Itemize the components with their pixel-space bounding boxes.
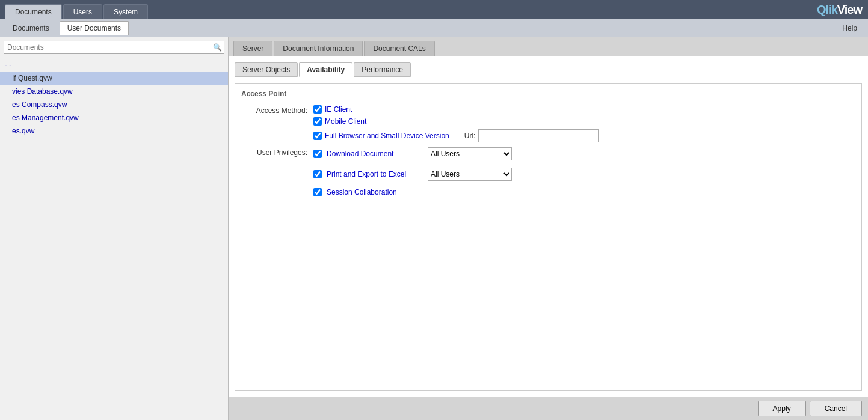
ie-client-row: IE Client [313, 105, 599, 114]
user-privileges-label: User Privileges: [241, 147, 307, 157]
brand-view: View [837, 3, 862, 16]
doc-tab-documents[interactable]: Documents [5, 21, 57, 35]
apply-button[interactable]: Apply [758, 401, 806, 416]
sidebar-list: - - If Quest.qvw vies Database.qvw es Co… [0, 58, 228, 420]
download-document-checkbox[interactable] [313, 150, 322, 158]
list-item[interactable]: es Management.qvw [0, 111, 228, 124]
brand-qlik: Qlik [817, 3, 837, 16]
url-input[interactable] [478, 129, 599, 142]
search-icon: 🔍 [213, 43, 222, 52]
download-document-select[interactable]: All Users Administrators No Users [428, 147, 512, 160]
help-link[interactable]: Help [842, 24, 857, 32]
main-tab-row: Server Document Information Document CAL… [229, 37, 868, 56]
session-collaboration-checkbox[interactable] [313, 188, 322, 196]
tab-document-cals[interactable]: Document CALs [364, 41, 434, 56]
full-browser-checkbox[interactable] [313, 132, 322, 140]
print-export-select[interactable]: All Users Administrators No Users [428, 168, 512, 181]
sub-tab-row: Server Objects Availability Performance [235, 62, 862, 77]
full-browser-label: Full Browser and Small Device Version [325, 132, 449, 140]
top-tab-documents[interactable]: Documents [5, 4, 62, 19]
inner-content: Server Objects Availability Performance … [229, 56, 868, 397]
session-collaboration-label: Session Collaboration [327, 188, 423, 196]
print-export-label: Print and Export to Excel [327, 170, 423, 178]
list-item[interactable]: - - [0, 58, 228, 72]
section-title: Access Point [241, 90, 855, 98]
bottom-bar: Apply Cancel [229, 397, 868, 420]
tab-document-information[interactable]: Document Information [274, 41, 363, 56]
privileges-controls: Download Document All Users Administrato… [313, 147, 512, 200]
list-item[interactable]: es Compass.qvw [0, 98, 228, 111]
cancel-button[interactable]: Cancel [810, 401, 862, 416]
print-export-row: Print and Export to Excel All Users Admi… [313, 168, 512, 181]
mobile-client-row: Mobile Client [313, 117, 599, 126]
top-tab-system[interactable]: System [103, 4, 148, 19]
ie-client-checkbox[interactable] [313, 105, 322, 114]
main-layout: 🔍 - - If Quest.qvw vies Database.qvw es … [0, 37, 868, 420]
download-document-label: Download Document [327, 150, 423, 158]
print-export-checkbox[interactable] [313, 170, 322, 178]
user-privileges-row: User Privileges: Download Document All U… [241, 147, 855, 200]
search-input[interactable] [4, 41, 224, 54]
second-bar: Documents User Documents Help [0, 19, 868, 37]
list-item[interactable]: vies Database.qvw [0, 85, 228, 98]
brand-logo: QlikView [817, 3, 862, 17]
top-tab-users[interactable]: Users [63, 4, 102, 19]
session-collaboration-row: Session Collaboration [313, 188, 512, 196]
download-document-row: Download Document All Users Administrato… [313, 147, 512, 160]
content-area: Server Document Information Document CAL… [229, 37, 868, 420]
sub-tab-availability[interactable]: Availability [299, 62, 352, 77]
access-method-controls: IE Client Mobile Client Full Browser and… [313, 105, 599, 142]
top-bar: Documents Users System QlikView [0, 0, 868, 19]
doc-tab-user-documents[interactable]: User Documents [60, 21, 129, 35]
list-item[interactable]: If Quest.qvw [0, 72, 228, 85]
sidebar: 🔍 - - If Quest.qvw vies Database.qvw es … [0, 37, 229, 420]
access-method-row: Access Method: IE Client Mobile Client [241, 105, 855, 142]
url-row: Url: [464, 129, 599, 142]
sub-tab-performance[interactable]: Performance [354, 62, 411, 77]
sub-tab-server-objects[interactable]: Server Objects [235, 62, 298, 77]
full-browser-row: Full Browser and Small Device Version Ur… [313, 129, 599, 142]
mobile-client-checkbox[interactable] [313, 117, 322, 126]
mobile-client-label: Mobile Client [325, 117, 366, 126]
access-method-label: Access Method: [241, 105, 307, 115]
ie-client-label: IE Client [325, 105, 352, 114]
search-box: 🔍 [0, 37, 228, 58]
section-box: Access Point Access Method: IE Client Mo… [235, 83, 862, 391]
list-item[interactable]: es.qvw [0, 124, 228, 138]
tab-server[interactable]: Server [233, 41, 272, 56]
url-label: Url: [464, 132, 476, 140]
